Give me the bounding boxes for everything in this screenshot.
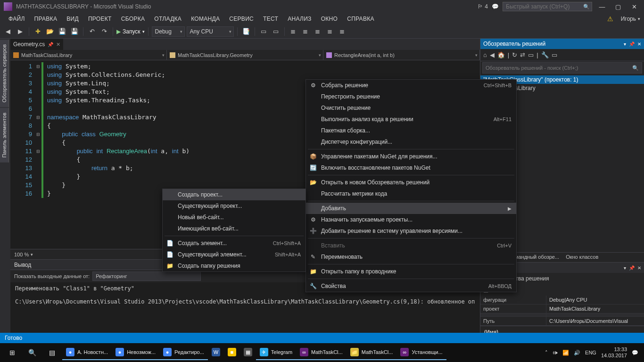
undo-icon[interactable]: ↶ (87, 26, 97, 37)
context-menu-solution[interactable]: ⚙Собрать решениеCtrl+Shift+BПерестроить … (305, 79, 517, 292)
context-menu-item[interactable]: ➕Добавить решение в систему управления в… (306, 225, 516, 237)
redo-icon[interactable]: ↷ (99, 26, 109, 37)
menu-item[interactable]: Справка (342, 14, 379, 24)
panel-menu-icon[interactable]: ▾ (624, 265, 626, 271)
panel-close-icon[interactable]: ✕ (637, 265, 641, 271)
context-menu-item[interactable]: Новый веб-сайт... (163, 212, 305, 223)
back-icon[interactable]: ◀ (490, 51, 495, 58)
menu-item[interactable]: Окно (316, 14, 343, 24)
tray-up-icon[interactable]: ˄ (545, 350, 548, 356)
tool-icon[interactable]: ≣ (300, 26, 311, 37)
toolbox-tab[interactable]: Панель элементов (0, 108, 9, 163)
signed-in-user[interactable]: Игорь ▾ (621, 16, 640, 22)
properties-icon[interactable]: 🔧 (541, 51, 549, 58)
notification-flag-icon[interactable]: 🏳 4 (478, 3, 488, 10)
menu-item[interactable]: Тест (258, 14, 283, 24)
context-menu-item[interactable]: Выполнить анализ кода в решенииAlt+F11 (306, 114, 516, 125)
clock[interactable]: 13:3314.03.2017 (601, 346, 627, 359)
lang-indicator[interactable]: ENG (585, 350, 596, 355)
tool-icon[interactable]: ≣ (325, 26, 335, 37)
menu-item[interactable]: Вид (62, 14, 83, 24)
menu-item[interactable]: Сервис (224, 14, 258, 24)
menu-item[interactable]: Отладка (149, 14, 186, 24)
volume-icon[interactable]: 🔊 (574, 350, 580, 356)
system-tray[interactable]: ˄ 🕪 📶 🔊 ENG 13:3314.03.2017 💬 (545, 346, 641, 359)
context-menu-item[interactable]: 📁Открыть папку в проводнике (306, 266, 516, 277)
nav-back-icon[interactable]: ◀ (3, 26, 13, 37)
panel-menu-icon[interactable]: ▾ (624, 41, 626, 47)
context-menu-item[interactable]: Пакетная сборка... (306, 125, 516, 136)
context-menu-item[interactable]: 📄Создать элемент...Ctrl+Shift+A (163, 238, 305, 249)
menu-item[interactable]: Сборка (116, 14, 150, 24)
context-submenu-add[interactable]: Создать проект...Существующий проект...Н… (162, 189, 306, 272)
tab-classview[interactable]: Окно классов (562, 253, 602, 262)
nav-project[interactable]: MathTaskClassLibrary (10, 50, 167, 60)
platform-combo[interactable]: Any CPU (187, 26, 234, 37)
context-menu-item[interactable]: 🔄Включить восстановление пакетов NuGet (306, 162, 516, 173)
context-menu-item[interactable]: 🔧СвойстваAlt+ВВОД (306, 280, 516, 292)
tool-icon[interactable]: ▭ (552, 51, 557, 58)
server-explorer-tab[interactable]: Обозреватель серверов (0, 40, 9, 107)
taskbar-app[interactable]: ●Невозмож... (112, 345, 159, 360)
menu-item[interactable]: Файл (4, 14, 30, 24)
menu-item[interactable]: Правка (30, 14, 62, 24)
nav-method[interactable]: RectangleArea(int a, int b) (323, 50, 480, 60)
minimize-button[interactable]: — (596, 2, 608, 11)
context-menu-item[interactable]: 📦Управление пакетами NuGet для решения..… (306, 151, 516, 162)
save-icon[interactable]: 💾 (57, 26, 67, 37)
close-button[interactable]: ✕ (628, 2, 640, 11)
wifi-icon[interactable]: 📶 (562, 350, 569, 356)
context-menu-item[interactable]: Существующий проект... (163, 200, 305, 212)
refresh-icon[interactable]: ↻ (512, 51, 517, 58)
menu-item[interactable]: Команда (186, 14, 224, 24)
quick-launch-input[interactable]: Быстрый запуск (Ctrl+Q) 🔍 (503, 2, 592, 11)
taskbar-app[interactable]: ∞Установщи... (396, 345, 446, 360)
task-view-button[interactable]: ▤ (42, 345, 61, 360)
tool-icon[interactable]: 📑 (241, 26, 251, 37)
solution-search-input[interactable]: Обозреватель решений - поиск (Ctrl+;)🔍 (482, 62, 642, 74)
property-grid[interactable]: фигурациDebug|Any CPUпроектMathTaskClass… (480, 296, 644, 326)
context-menu-item[interactable]: 📂Открыть в новом Обозреватель решений (306, 177, 516, 188)
context-menu-item[interactable]: 📄Существующий элемент...Shift+Alt+A (163, 249, 305, 260)
close-tab-icon[interactable]: ✕ (56, 41, 60, 48)
config-combo[interactable]: Debug (152, 26, 185, 37)
panel-pin-icon[interactable]: 📌 (629, 41, 635, 47)
taskbar-app[interactable]: ●Редактиро... (159, 345, 208, 360)
taskbar-app[interactable]: ∞MathTaskCl... (296, 345, 347, 360)
menu-item[interactable]: Анализ (283, 14, 316, 24)
maximize-button[interactable]: ▢ (612, 2, 624, 11)
context-menu-item[interactable]: Имеющийся веб-сайт... (163, 223, 305, 234)
warning-icon[interactable]: ⚠ (607, 15, 613, 23)
taskbar-app[interactable]: ■ (224, 345, 240, 360)
context-menu-item[interactable]: ✎Переименовать (306, 251, 516, 263)
nav-class[interactable]: MathTaskClassLibrary.Geometry (167, 50, 323, 60)
panel-pin-icon[interactable]: 📌 (629, 265, 635, 271)
save-all-icon[interactable]: 💾 (69, 26, 80, 37)
feedback-icon[interactable]: 💬 (492, 3, 499, 10)
context-menu-item[interactable]: Создать проект... (163, 189, 305, 200)
new-project-icon[interactable]: ✚ (33, 26, 43, 37)
tool-icon[interactable]: ⇄ (520, 51, 525, 58)
output-source-select[interactable]: Рефакторинг (92, 272, 201, 281)
document-tab[interactable]: Geometry.cs 📌 ✕ (10, 39, 63, 50)
context-menu-item[interactable]: Диспетчер конфигураций... (306, 136, 516, 148)
taskbar-app[interactable]: W (208, 345, 224, 360)
tool-icon[interactable]: 🏠 (497, 51, 505, 58)
tool-icon[interactable]: ▭ (528, 51, 534, 58)
tool-icon[interactable]: ≣ (337, 26, 347, 37)
start-button[interactable]: ⊞ (3, 345, 22, 360)
tool-icon[interactable]: ≣ (313, 26, 323, 37)
tool-icon[interactable]: ▭ (271, 26, 281, 37)
pin-icon[interactable]: 📌 (48, 42, 53, 47)
tool-icon[interactable]: ≣ (288, 26, 298, 37)
open-icon[interactable]: 📂 (45, 26, 55, 37)
start-debug-button[interactable]: ▶Запуск ▾ (116, 28, 145, 35)
context-menu-item[interactable]: ⚙Собрать решениеCtrl+Shift+B (306, 80, 516, 91)
context-menu-item[interactable]: Очистить решение (306, 102, 516, 114)
action-center-icon[interactable]: 💬 (632, 350, 638, 356)
taskbar-app[interactable]: ▦ (240, 345, 256, 360)
taskbar-app[interactable]: 📁MathTaskCl... (347, 345, 397, 360)
nav-fwd-icon[interactable]: ▶ (15, 26, 25, 37)
context-menu-item[interactable]: Перестроить решение (306, 91, 516, 102)
home-icon[interactable]: ⌂ (483, 51, 487, 58)
